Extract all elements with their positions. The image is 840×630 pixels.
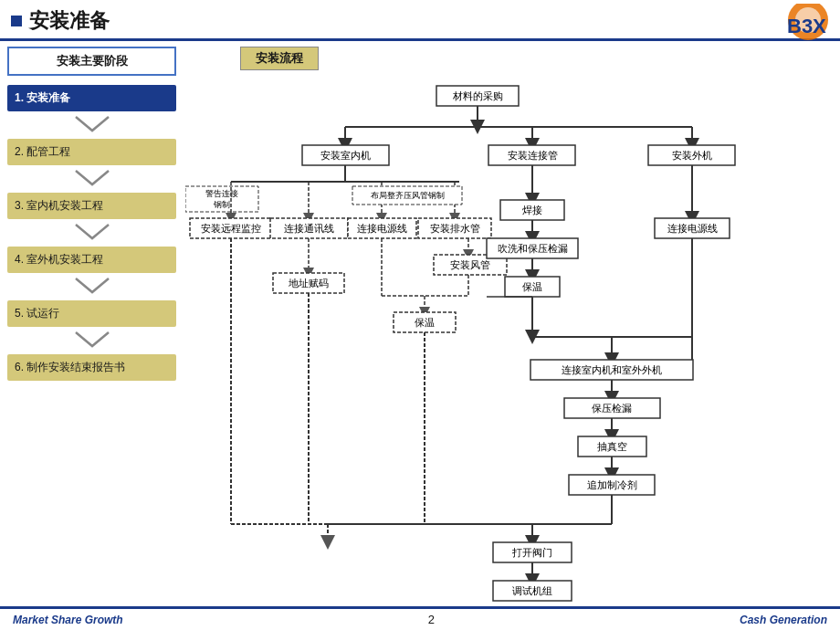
svg-text:B3X: B3X bbox=[787, 15, 826, 37]
page-header: 安装准备 B3X bbox=[0, 0, 840, 41]
footer-left-text: Market Share Growth bbox=[13, 614, 123, 626]
node-fan-duct: 安装风管 bbox=[450, 259, 490, 270]
footer-page-number: 2 bbox=[428, 613, 435, 626]
sidebar-item-6[interactable]: 6. 制作安装结束报告书 bbox=[7, 354, 176, 381]
node-address: 地址赋码 bbox=[288, 278, 329, 289]
chevron-icon-3 bbox=[74, 223, 110, 241]
flow-svg: 材料的采购 安装室内机 安装连接管 安装外机 bbox=[185, 72, 815, 602]
node-welding: 焊接 bbox=[522, 205, 542, 215]
sidebar-item-3[interactable]: 3. 室内机安装工程 bbox=[7, 193, 176, 219]
note-1: 警告连接 bbox=[205, 189, 238, 198]
page-title: 安装准备 bbox=[29, 7, 110, 35]
logo-area: B3X bbox=[758, 4, 831, 47]
note-2: 布局整齐压风管钢制 bbox=[371, 191, 445, 200]
node-materials: 材料的采购 bbox=[452, 90, 503, 101]
node-connect-pipe: 安装连接管 bbox=[508, 150, 558, 161]
node-comm: 连接通讯线 bbox=[284, 223, 334, 234]
node-connect-inout: 连接室内机和室外外机 bbox=[562, 364, 662, 375]
footer: Market Share Growth 2 Cash Generation bbox=[0, 606, 840, 630]
node-refrigerant: 追加制冷剂 bbox=[587, 479, 637, 490]
node-insulate-pipe: 保温 bbox=[522, 281, 542, 292]
chevron-icon-4 bbox=[74, 277, 110, 295]
b3x-logo: B3X bbox=[758, 4, 831, 46]
chevron-icon-5 bbox=[74, 331, 110, 349]
node-open-valve: 打开阀门 bbox=[511, 547, 552, 558]
chevron-icon-2 bbox=[74, 169, 110, 187]
node-connect-power2: 连接电源线 bbox=[667, 223, 718, 234]
node-pressure-check: 保压检漏 bbox=[592, 403, 632, 414]
sidebar-title: 安装主要阶段 bbox=[7, 47, 176, 76]
chevron-icon-1 bbox=[74, 115, 110, 133]
node-drain: 安装排水管 bbox=[430, 223, 480, 234]
node-outdoor: 安装外机 bbox=[672, 150, 712, 161]
main-content: 安装主要阶段 1. 安装准备 2. 配管工程 3. 室内机安装工程 4. 室外机… bbox=[0, 41, 840, 607]
node-blow: 吹洗和保压检漏 bbox=[498, 243, 568, 254]
node-insulate-fan: 保温 bbox=[415, 317, 435, 328]
sidebar-item-4[interactable]: 4. 室外机安装工程 bbox=[7, 247, 176, 273]
sidebar-item-5[interactable]: 5. 试运行 bbox=[7, 300, 176, 327]
sidebar-item-1[interactable]: 1. 安装准备 bbox=[7, 85, 176, 111]
node-test-run: 调试机组 bbox=[512, 585, 552, 596]
footer-right-text: Cash Generation bbox=[740, 614, 827, 626]
sidebar: 安装主要阶段 1. 安装准备 2. 配管工程 3. 室内机安装工程 4. 室外机… bbox=[7, 47, 176, 602]
flow-diagram-area: 安装流程 材料的采购 安装室内机 安装连接管 bbox=[185, 47, 833, 602]
node-monitor: 安装远程监控 bbox=[201, 223, 261, 234]
note-1b: 钢制 bbox=[213, 200, 230, 209]
node-indoor: 安装室内机 bbox=[320, 150, 371, 161]
flow-title: 安装流程 bbox=[240, 47, 319, 70]
node-vacuum: 抽真空 bbox=[597, 441, 627, 452]
node-power: 连接电源线 bbox=[357, 223, 407, 234]
header-square-icon bbox=[11, 16, 22, 26]
sidebar-item-2[interactable]: 2. 配管工程 bbox=[7, 139, 176, 165]
